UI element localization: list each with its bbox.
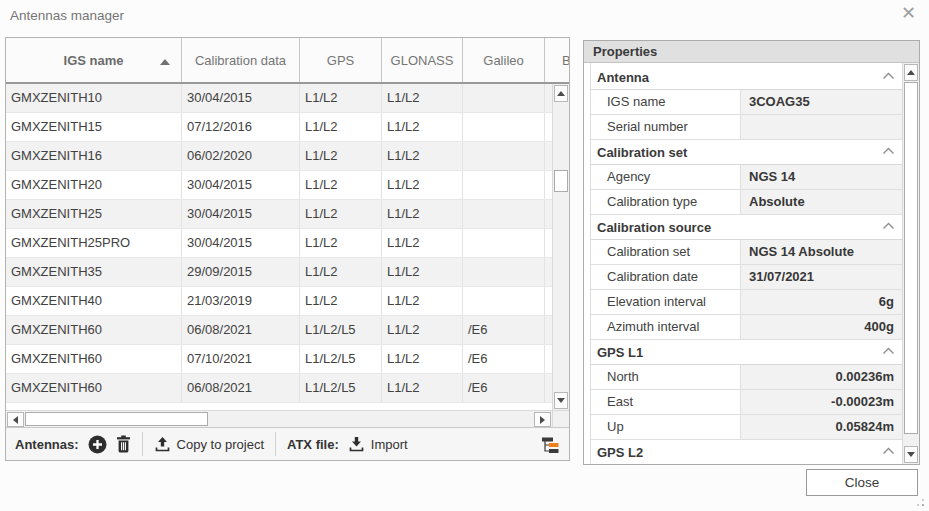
table-cell: GMXZENITH16 <box>6 142 182 170</box>
table-cell: GMXZENITH10 <box>6 84 182 112</box>
property-row-east[interactable]: East-0.00023m <box>591 390 902 415</box>
table-cell <box>545 374 552 402</box>
download-arrow-icon <box>348 436 365 453</box>
add-antenna-button[interactable] <box>88 435 107 454</box>
section-header-calibration-set[interactable]: Calibration set <box>591 140 902 165</box>
collapse-chevron-icon[interactable] <box>882 147 895 155</box>
table-row[interactable]: GMXZENITH3529/09/2015L1/L2L1/L2 <box>6 258 552 287</box>
property-value: 0.00236m <box>741 365 902 389</box>
tree-view-button[interactable] <box>541 435 560 454</box>
table-row[interactable]: GMXZENITH1606/02/2020L1/L2L1/L2 <box>6 142 552 171</box>
table-row[interactable]: GMXZENITH6007/10/2021L1/L2/L5L1/L2/E6 <box>6 345 552 374</box>
column-header-label: B <box>562 53 569 68</box>
scroll-left-button[interactable] <box>7 412 24 427</box>
section-title: Calibration set <box>597 145 687 160</box>
properties-vertical-scrollbar[interactable] <box>902 63 919 464</box>
table-row[interactable]: GMXZENITH2030/04/2015L1/L2L1/L2 <box>6 171 552 200</box>
property-row-agency[interactable]: AgencyNGS 14 <box>591 165 902 190</box>
property-row-calibration-type[interactable]: Calibration typeAbsolute <box>591 190 902 215</box>
table-row[interactable]: GMXZENITH25PRO30/04/2015L1/L2L1/L2 <box>6 229 552 258</box>
horizontal-scrollbar-thumb[interactable] <box>25 412 208 426</box>
dialog-title: Antennas manager <box>10 8 124 23</box>
property-label: Agency <box>591 165 741 189</box>
copy-to-project-button[interactable]: Copy to project <box>154 436 264 453</box>
property-value <box>741 115 902 139</box>
column-header-igs-name[interactable]: IGS name <box>6 38 182 82</box>
column-header-clipped[interactable]: B <box>545 38 569 82</box>
table-cell: L1/L2 <box>300 142 382 170</box>
delete-antenna-button[interactable] <box>116 435 131 453</box>
table-cell: L1/L2 <box>382 229 463 257</box>
property-label: North <box>591 365 741 389</box>
property-row-up[interactable]: Up0.05824m <box>591 415 902 440</box>
table-cell: /E6 <box>463 345 545 373</box>
table-row[interactable]: GMXZENITH6006/08/2021L1/L2/L5L1/L2/E6 <box>6 374 552 403</box>
table-cell: L1/L2 <box>382 84 463 112</box>
scroll-down-button[interactable] <box>554 392 568 409</box>
table-cell <box>463 113 545 141</box>
property-row-north[interactable]: North0.00236m <box>591 365 902 390</box>
scroll-up-button[interactable] <box>554 85 568 102</box>
scroll-right-button[interactable] <box>534 412 551 427</box>
section-title: Calibration source <box>597 220 711 235</box>
table-cell: L1/L2 <box>300 171 382 199</box>
table-row[interactable]: GMXZENITH1030/04/2015L1/L2L1/L2 <box>6 84 552 113</box>
property-value: NGS 14 <box>741 165 902 189</box>
section-header-antenna[interactable]: Antenna <box>591 65 902 90</box>
column-header-gps[interactable]: GPS <box>300 38 382 82</box>
import-atx-button[interactable]: Import <box>348 436 408 453</box>
section-header-gps-l1[interactable]: GPS L1 <box>591 340 902 365</box>
property-row-azimuth-interval[interactable]: Azimuth interval400g <box>591 315 902 340</box>
property-row-igs-name[interactable]: IGS name3COAG35 <box>591 90 902 115</box>
vertical-scrollbar-thumb[interactable] <box>554 170 568 192</box>
scroll-down-button[interactable] <box>904 446 918 463</box>
property-row-serial-number[interactable]: Serial number <box>591 115 902 140</box>
property-label: Calibration set <box>591 240 741 264</box>
table-row[interactable]: GMXZENITH6006/08/2021L1/L2/L5L1/L2/E6 <box>6 316 552 345</box>
table-row-partial <box>6 403 552 410</box>
collapse-chevron-icon[interactable] <box>882 72 895 80</box>
section-header-calibration-source[interactable]: Calibration source <box>591 215 902 240</box>
close-button[interactable]: Close <box>806 469 918 496</box>
table-horizontal-scrollbar[interactable] <box>6 411 552 427</box>
property-row-calibration-date[interactable]: Calibration date31/07/2021 <box>591 265 902 290</box>
table-vertical-scrollbar[interactable] <box>552 84 569 410</box>
table-cell <box>463 84 545 112</box>
triangle-right-icon <box>540 416 545 424</box>
close-icon[interactable]: ✕ <box>901 4 916 22</box>
column-header-calibration-data[interactable]: Calibration data <box>182 38 300 82</box>
column-header-glonass[interactable]: GLONASS <box>382 38 463 82</box>
horizontal-scrollbar-track[interactable] <box>208 411 533 427</box>
table-cell <box>463 200 545 228</box>
sort-ascending-icon <box>160 59 170 65</box>
table-row[interactable]: GMXZENITH1507/12/2016L1/L2L1/L2 <box>6 113 552 142</box>
property-label: East <box>591 390 741 414</box>
table-row[interactable]: GMXZENITH2530/04/2015L1/L2L1/L2 <box>6 200 552 229</box>
collapse-chevron-icon[interactable] <box>882 447 895 455</box>
column-header-galileo[interactable]: Galileo <box>463 38 545 82</box>
table-cell: GMXZENITH35 <box>6 258 182 286</box>
table-cell: L1/L2 <box>300 258 382 286</box>
table-cell: 06/02/2020 <box>182 142 300 170</box>
atx-file-label: ATX file: <box>287 437 339 452</box>
table-row[interactable]: GMXZENITH4021/03/2019L1/L2L1/L2 <box>6 287 552 316</box>
properties-scrollbar-thumb[interactable] <box>904 82 918 434</box>
property-row-elevation-interval[interactable]: Elevation interval6g <box>591 290 902 315</box>
table-cell <box>463 258 545 286</box>
property-value: Absolute <box>741 190 902 214</box>
section-header-gps-l2[interactable]: GPS L2 <box>591 440 902 464</box>
table-cell: L1/L2 <box>382 374 463 402</box>
scroll-up-button[interactable] <box>904 64 918 81</box>
table-toolbar: Antennas: <box>6 427 569 460</box>
property-value: NGS 14 Absolute <box>741 240 902 264</box>
table-cell: GMXZENITH15 <box>6 113 182 141</box>
collapse-chevron-icon[interactable] <box>882 347 895 355</box>
section-title: GPS L1 <box>597 345 643 360</box>
collapse-chevron-icon[interactable] <box>882 222 895 230</box>
property-row-calibration-set[interactable]: Calibration setNGS 14 Absolute <box>591 240 902 265</box>
table-cell: GMXZENITH25PRO <box>6 229 182 257</box>
antennas-label: Antennas: <box>15 437 79 452</box>
resize-grip[interactable] <box>922 504 924 506</box>
table-cell: 21/03/2019 <box>182 287 300 315</box>
section-title: GPS L2 <box>597 445 643 460</box>
